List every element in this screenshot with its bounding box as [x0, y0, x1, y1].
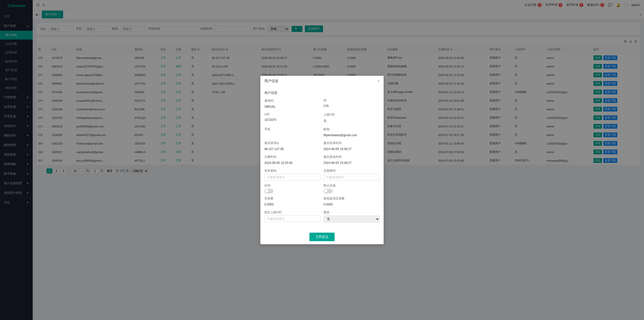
- block-toggle-wrapper: [264, 189, 320, 193]
- last-ip-value: 88.157.147.90: [264, 146, 320, 152]
- id-label: ID: [324, 99, 380, 102]
- form-group-trade-pwd: 交易密码: [324, 169, 380, 181]
- phone-label: 手机: [264, 127, 320, 131]
- form-row-toggles: 封停 禁止交易: [264, 184, 380, 193]
- form-group-preset: 预设 无 盈利 亏损: [324, 210, 380, 223]
- login-pwd-label: 登录密码: [264, 169, 320, 173]
- form-group-phone: 手机: [264, 127, 320, 138]
- form-group-disable-trade: 禁止交易: [324, 184, 380, 193]
- block-toggle-knob: [265, 189, 268, 193]
- min-withdraw-label: 最低提现交易量: [324, 196, 380, 201]
- email-value: filipembaleia@gmail.com: [324, 132, 380, 138]
- reg-time-label: 注册时间: [264, 155, 320, 159]
- disable-trade-label: 禁止交易: [324, 184, 380, 188]
- form-row-ip-login: 最后登录ip 88.157.147.90 最后登录时间 2024-08-05 1…: [264, 141, 380, 152]
- form-group-parent-uid: 上级UID 无: [324, 113, 380, 124]
- preset-select[interactable]: 无 盈利 亏损: [324, 216, 380, 223]
- uid-label: UID: [264, 113, 320, 116]
- modal-footer: 立即提交: [260, 230, 384, 244]
- parent-uid-label: 上级UID: [324, 113, 380, 117]
- form-group-last-login: 最后登录时间 2024-08-05 15:08:27: [324, 141, 380, 152]
- form-group-min-withdraw: 最低提现交易量 0.0000: [324, 196, 380, 207]
- reg-time-value: 2024-08-05 10:25:06: [264, 160, 320, 166]
- form-row-uid-parent: UID 1072070 上级UID 无: [264, 113, 380, 124]
- form-group-reg-time: 注册时间 2024-08-05 10:25:06: [264, 155, 320, 166]
- last-login-label: 最后登录时间: [324, 141, 380, 145]
- form-row-phone-email: 手机 邮箱 filipembaleia@gmail.com: [264, 127, 380, 138]
- last-modify-value: 2024-08-05 15:08:27: [324, 160, 380, 166]
- last-modify-label: 最后更改时间: [324, 155, 380, 159]
- phone-value: [264, 132, 320, 134]
- preset-label: 预设: [324, 210, 380, 215]
- id-value: 279: [324, 103, 380, 109]
- form-group-login-pwd: 登录密码: [264, 169, 320, 181]
- form-row-assign-preset: 指定上级UID 预设 无 盈利 亏损: [264, 210, 380, 223]
- assign-uid-input[interactable]: [264, 216, 320, 222]
- invite-code-label: 邀请码: [264, 99, 320, 103]
- modal-overlay[interactable]: 用户信息 × 用户信息 邀请码 39RU0L ID 279 UID 107207…: [0, 0, 644, 320]
- email-label: 邮箱: [324, 127, 380, 131]
- assign-uid-label: 指定上级UID: [264, 210, 320, 215]
- form-group-id: ID 279: [324, 99, 380, 110]
- trade-vol-value: 0.0000: [264, 202, 320, 207]
- modal-title: 用户信息: [264, 79, 278, 83]
- form-group-trade-vol: 交易量 0.0000: [264, 196, 320, 207]
- submit-button[interactable]: 立即提交: [309, 233, 335, 241]
- modal-header: 用户信息 ×: [260, 76, 384, 87]
- form-group-uid: UID 1072070: [264, 113, 320, 124]
- form-row-invite-id: 邀请码 39RU0L ID 279: [264, 99, 380, 110]
- form-row-passwords: 登录密码 交易密码: [264, 169, 380, 181]
- disable-trade-toggle-knob: [324, 189, 328, 193]
- form-group-invite: 邀请码 39RU0L: [264, 99, 320, 110]
- form-group-email: 邮箱 filipembaleia@gmail.com: [324, 127, 380, 138]
- block-toggle[interactable]: [264, 189, 273, 193]
- login-pwd-input[interactable]: [264, 174, 320, 181]
- last-login-value: 2024-08-05 15:08:27: [324, 146, 380, 152]
- parent-uid-value: 无: [324, 118, 380, 124]
- disable-trade-toggle[interactable]: [324, 189, 333, 193]
- trade-vol-label: 交易量: [264, 196, 320, 201]
- block-label: 封停: [264, 184, 320, 188]
- form-row-volumes: 交易量 0.0000 最低提现交易量 0.0000: [264, 196, 380, 207]
- modal-section-title: 用户信息: [264, 91, 380, 95]
- trade-pwd-input[interactable]: [324, 174, 380, 181]
- trade-pwd-label: 交易密码: [324, 169, 380, 173]
- form-group-last-modify: 最后更改时间 2024-08-05 15:08:27: [324, 155, 380, 166]
- user-info-modal: 用户信息 × 用户信息 邀请码 39RU0L ID 279 UID 107207…: [260, 76, 384, 244]
- disable-trade-toggle-wrapper: [324, 189, 380, 193]
- modal-close-btn[interactable]: ×: [377, 79, 380, 83]
- modal-body: 用户信息 邀请码 39RU0L ID 279 UID 1072070 上级UID: [260, 87, 384, 230]
- form-group-last-ip: 最后登录ip 88.157.147.90: [264, 141, 320, 152]
- min-withdraw-value: 0.0000: [324, 202, 380, 207]
- uid-value: 1072070: [264, 117, 320, 123]
- invite-code-value: 39RU0L: [264, 104, 320, 110]
- form-row-reg-modify: 注册时间 2024-08-05 10:25:06 最后更改时间 2024-08-…: [264, 155, 380, 166]
- form-group-block: 封停: [264, 184, 320, 193]
- form-group-assign-uid: 指定上级UID: [264, 210, 320, 223]
- last-ip-label: 最后登录ip: [264, 141, 320, 145]
